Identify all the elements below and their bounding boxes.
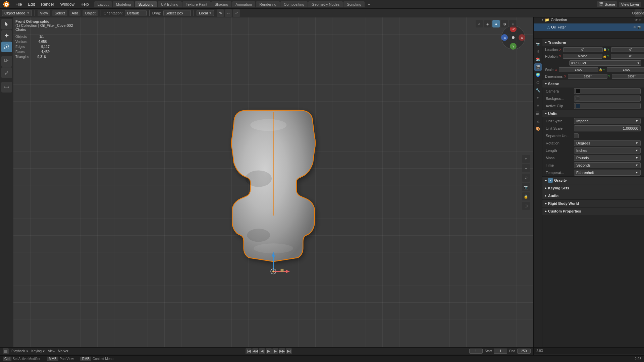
tab-scripting[interactable]: Scripting [343, 1, 365, 7]
rot-x-lock[interactable]: 🔒 [603, 55, 606, 58]
start-frame-input[interactable] [494, 349, 507, 354]
play-btn[interactable]: ▶ [266, 348, 272, 354]
prev-keyframe-btn[interactable]: ◀◀ [252, 348, 258, 354]
viewlayer-selector[interactable]: View Layer [619, 2, 641, 7]
rot-x-input[interactable] [563, 54, 602, 59]
jump-start-btn[interactable]: |◀ [246, 348, 252, 354]
grid-btn[interactable]: ⊞ [522, 202, 530, 210]
unit-system-dropdown[interactable]: Imperial ▼ [574, 118, 641, 124]
zoom-out-btn[interactable]: − [522, 164, 530, 172]
scale-y-input[interactable] [607, 67, 644, 72]
tool-annotate[interactable] [1, 67, 12, 78]
dim-y-input[interactable] [612, 74, 644, 79]
shading-rendered-btn[interactable]: ○ [509, 20, 517, 27]
loc-x-input[interactable] [563, 47, 603, 52]
camera-picker[interactable] [574, 88, 641, 94]
gravity-section-header[interactable]: ▸ ✓ Gravity [542, 177, 644, 184]
menu-help[interactable]: Help [78, 1, 92, 7]
zoom-fit-btn[interactable]: ⊙ [522, 174, 530, 182]
select-btn[interactable]: Select [52, 10, 67, 16]
background-picker[interactable] [574, 96, 641, 102]
tab-rendering[interactable]: Rendering [256, 1, 280, 7]
shading-solid-btn[interactable]: ● [492, 20, 500, 27]
props-modifier-icon[interactable]: 🔧 [534, 86, 542, 94]
menu-render[interactable]: Render [38, 1, 57, 7]
props-render-icon[interactable]: 📷 [534, 40, 542, 48]
tab-compositing[interactable]: Compositing [280, 1, 308, 7]
camera-view-btn[interactable]: 📷 [522, 183, 530, 191]
collection-eye-icon[interactable]: 👁 [635, 18, 638, 22]
keying-dropdown[interactable]: Keying ▼ [32, 349, 46, 353]
props-particles-icon[interactable]: ✦ [534, 94, 542, 102]
add-btn[interactable]: Add [69, 10, 81, 16]
time-dropdown[interactable]: Seconds ▼ [574, 162, 641, 168]
playback-dropdown[interactable]: Playback ▼ [11, 349, 29, 353]
collection-select-icon[interactable]: ⊙ [639, 18, 641, 22]
rotation-units-dropdown[interactable]: Degrees ▼ [574, 140, 641, 146]
tool-move[interactable] [1, 30, 12, 41]
loc-x-lock[interactable]: 🔒 [603, 48, 607, 51]
tool-select-box[interactable] [1, 42, 12, 52]
add-workspace-button[interactable]: + [365, 1, 373, 7]
timeline-view-btn[interactable]: View [48, 349, 55, 353]
tab-uv-editing[interactable]: UV Editing [158, 1, 182, 7]
dim-x-input[interactable] [568, 74, 607, 79]
menu-window[interactable]: Window [57, 1, 77, 7]
props-viewlayer-icon[interactable]: 📚 [534, 56, 542, 63]
end-frame-input[interactable] [517, 349, 531, 354]
rigid-body-header[interactable]: ▸ Rigid Body World [542, 200, 644, 207]
props-scene-icon[interactable]: 🎬 [534, 63, 542, 71]
transform-icon-1[interactable]: ⟲ [217, 9, 224, 17]
tab-geometry-nodes[interactable]: Geometry Nodes [308, 1, 343, 7]
gravity-checkbox-active[interactable]: ✓ [548, 178, 553, 183]
props-output-icon[interactable]: 🖨 [534, 48, 542, 55]
outliner-oil-filter-item[interactable]: △ Oil_Filter 👁 📷 [534, 23, 644, 31]
tab-animation[interactable]: Animation [232, 1, 255, 7]
scale-x-input[interactable] [559, 67, 598, 72]
timeline-menu-btn[interactable] [3, 348, 9, 354]
tool-transform[interactable] [1, 56, 12, 67]
tab-shading[interactable]: Shading [211, 1, 231, 7]
transform-icon-3[interactable]: ⤢ [233, 9, 240, 17]
tool-measure[interactable] [1, 82, 12, 93]
timeline-marker-btn[interactable]: Marker [58, 349, 68, 353]
props-world-icon[interactable]: 🌍 [534, 71, 542, 78]
main-viewport[interactable]: -Y Y -X X + − ⊙ 📷 🔒 ⊞ ⌾ ◈ ● ◑ ○ [13, 17, 533, 347]
drag-dropdown[interactable]: Select Box [163, 10, 191, 16]
rot-mode-dropdown[interactable]: XYZ Euler ▼ [569, 60, 641, 66]
unit-scale-input[interactable] [574, 125, 641, 131]
custom-props-header[interactable]: ▸ Custom Properties [542, 207, 644, 215]
temperature-dropdown[interactable]: Fahrenheit ▼ [574, 170, 641, 176]
prev-frame-btn[interactable]: ◀ [259, 348, 265, 354]
orientation-dropdown[interactable]: Default [125, 10, 147, 16]
mode-dropdown[interactable]: Object Mode ▼ [2, 10, 32, 16]
navigation-gizmo[interactable]: -Y Y -X X [500, 24, 527, 51]
transform-icon-2[interactable]: ↔ [225, 9, 232, 17]
menu-file[interactable]: File [13, 1, 24, 7]
rot-y-input[interactable] [611, 54, 644, 59]
scene-section-header[interactable]: ▾ Scene [542, 80, 644, 87]
lock-view-btn[interactable]: 🔒 [522, 192, 530, 200]
length-dropdown[interactable]: Inches ▼ [574, 147, 641, 154]
scene-selector[interactable]: 🎬 Scene [597, 1, 617, 7]
props-object-icon[interactable]: ⬡ [534, 79, 542, 86]
shading-material-btn[interactable]: ◑ [501, 20, 508, 27]
props-material-icon[interactable]: 🎨 [534, 125, 542, 132]
active-clip-picker[interactable] [574, 103, 641, 109]
keying-sets-header[interactable]: ▸ Keying Sets [542, 184, 644, 192]
xray-btn[interactable]: ◈ [484, 20, 491, 27]
item-render-icon[interactable]: 📷 [637, 25, 641, 29]
view-btn[interactable]: View [38, 10, 50, 16]
next-frame-btn[interactable]: ▶ [272, 348, 278, 354]
zoom-in-btn[interactable]: + [522, 155, 530, 163]
audio-section-header[interactable]: ▸ Audio [542, 192, 644, 199]
props-physics-icon[interactable]: ⚛ [534, 102, 542, 109]
current-frame-input[interactable] [469, 349, 483, 354]
tab-layout[interactable]: Layout [94, 1, 112, 7]
tab-modeling[interactable]: Modeling [113, 1, 135, 7]
mass-dropdown[interactable]: Pounds ▼ [574, 155, 641, 161]
units-section-header[interactable]: ▾ Units [542, 110, 644, 117]
next-keyframe-btn[interactable]: ▶▶ [279, 348, 285, 354]
object-btn[interactable]: Object [83, 10, 98, 16]
options-btn[interactable]: Options [635, 9, 642, 17]
